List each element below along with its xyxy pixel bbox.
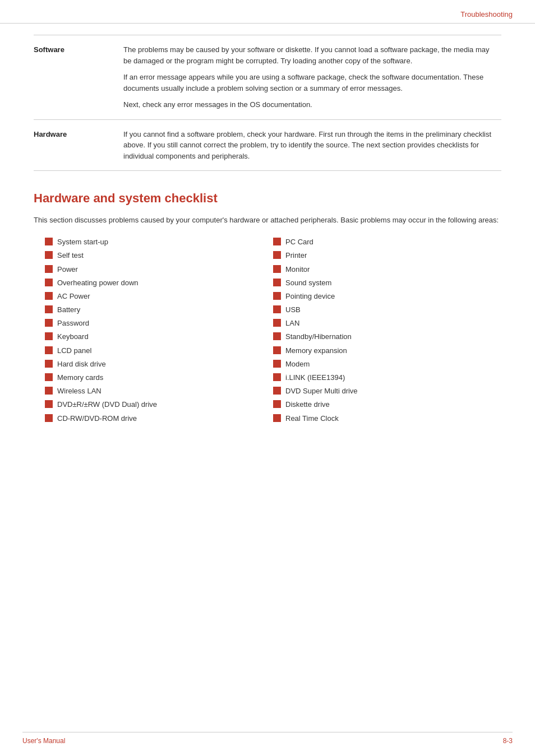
list-item: Password: [45, 318, 273, 328]
bullet-icon: [273, 251, 281, 259]
list-item-label: System start-up: [57, 237, 108, 247]
list-item: Modem: [273, 359, 501, 369]
bullet-icon: [273, 238, 281, 245]
bullet-icon: [45, 238, 53, 245]
list-item-label: Modem: [285, 359, 310, 369]
list-item: LAN: [273, 318, 501, 328]
list-item-label: AC Power: [57, 291, 90, 302]
header-title: Troubleshooting: [460, 10, 513, 18]
bullet-icon: [273, 373, 281, 381]
bullet-icon: [273, 265, 281, 273]
bullet-icon: [273, 414, 281, 422]
row-label: Hardware: [34, 119, 123, 171]
list-item-label: DVD±R/±RW (DVD Dual) drive: [57, 400, 157, 410]
list-item: AC Power: [45, 291, 273, 302]
bullet-icon: [45, 305, 53, 313]
list-item-label: Standby/Hibernation: [285, 332, 352, 342]
list-item: Printer: [273, 251, 501, 261]
content-table: SoftwareThe problems may be caused by yo…: [34, 35, 501, 171]
list-item: Monitor: [273, 265, 501, 275]
bullet-icon: [273, 279, 281, 286]
list-item: Real Time Clock: [273, 414, 501, 424]
bullet-icon: [273, 360, 281, 368]
list-item-label: Printer: [285, 251, 307, 261]
table-row: HardwareIf you cannot find a software pr…: [34, 119, 501, 171]
bullet-icon: [273, 387, 281, 395]
list-item: Battery: [45, 305, 273, 315]
bullet-icon: [273, 305, 281, 313]
list-item-label: Self test: [57, 251, 84, 261]
list-item: i.LINK (IEEE1394): [273, 373, 501, 383]
row-content: If you cannot find a software problem, c…: [123, 119, 501, 171]
intro-text: This section discusses problems caused b…: [34, 215, 501, 226]
row-paragraph: The problems may be caused by your softw…: [123, 44, 496, 66]
list-item-label: Password: [57, 318, 89, 328]
bullet-icon: [45, 319, 53, 327]
list-item: Standby/Hibernation: [273, 332, 501, 342]
list-item-label: Pointing device: [285, 291, 335, 302]
list-item: Keyboard: [45, 332, 273, 342]
table-row: SoftwareThe problems may be caused by yo…: [34, 35, 501, 120]
list-item: PC Card: [273, 237, 501, 247]
bullet-icon: [45, 279, 53, 286]
page-footer: User's Manual 8-3: [22, 732, 513, 745]
bullet-icon: [45, 373, 53, 381]
list-item-label: CD-RW/DVD-ROM drive: [57, 414, 137, 424]
bullet-icon: [45, 265, 53, 273]
page-header: Troubleshooting: [0, 0, 535, 24]
bullet-icon: [45, 414, 53, 422]
bullet-icon: [273, 400, 281, 408]
list-item-label: Real Time Clock: [285, 414, 339, 424]
list-item-label: Power: [57, 265, 78, 275]
list-item-label: Battery: [57, 305, 80, 315]
bullet-icon: [273, 319, 281, 327]
list-item: Diskette drive: [273, 400, 501, 410]
list-item: LCD panel: [45, 346, 273, 356]
list-item-label: DVD Super Multi drive: [285, 386, 358, 396]
bullet-icon: [45, 292, 53, 300]
row-paragraph: If an error message appears while you ar…: [123, 72, 496, 94]
checklist-container: System start-upSelf testPowerOverheating…: [45, 237, 501, 427]
list-item: Memory expansion: [273, 346, 501, 356]
bullet-icon: [45, 251, 53, 259]
list-item-label: Memory expansion: [285, 346, 347, 356]
row-label: Software: [34, 35, 123, 120]
list-item: DVD Super Multi drive: [273, 386, 501, 396]
list-item: CD-RW/DVD-ROM drive: [45, 414, 273, 424]
list-item: Pointing device: [273, 291, 501, 302]
list-item: Overheating power down: [45, 278, 273, 288]
bullet-icon: [273, 346, 281, 354]
list-item: USB: [273, 305, 501, 315]
list-item-label: Wireless LAN: [57, 386, 102, 396]
list-item: DVD±R/±RW (DVD Dual) drive: [45, 400, 273, 410]
list-item-label: USB: [285, 305, 301, 315]
checklist-left: System start-upSelf testPowerOverheating…: [45, 237, 273, 427]
list-item-label: i.LINK (IEEE1394): [285, 373, 345, 383]
list-item-label: LAN: [285, 318, 299, 328]
list-item-label: Sound system: [285, 278, 331, 288]
list-item-label: Overheating power down: [57, 278, 139, 288]
list-item-label: Diskette drive: [285, 400, 330, 410]
list-item-label: Hard disk drive: [57, 359, 106, 369]
list-item: Hard disk drive: [45, 359, 273, 369]
list-item: System start-up: [45, 237, 273, 247]
bullet-icon: [45, 346, 53, 354]
list-item: Power: [45, 265, 273, 275]
list-item-label: LCD panel: [57, 346, 91, 356]
footer-right: 8-3: [503, 737, 513, 745]
checklist-right: PC CardPrinterMonitorSound systemPointin…: [273, 237, 501, 427]
list-item-label: Memory cards: [57, 373, 103, 383]
footer-left: User's Manual: [22, 737, 65, 745]
bullet-icon: [273, 332, 281, 340]
row-paragraph: Next, check any error messages in the OS…: [123, 99, 496, 110]
row-content: The problems may be caused by your softw…: [123, 35, 501, 120]
list-item: Memory cards: [45, 373, 273, 383]
list-item-label: PC Card: [285, 237, 313, 247]
list-item: Wireless LAN: [45, 386, 273, 396]
bullet-icon: [45, 360, 53, 368]
bullet-icon: [273, 292, 281, 300]
bullet-icon: [45, 332, 53, 340]
row-paragraph: If you cannot find a software problem, c…: [123, 129, 496, 162]
section-heading: Hardware and system checklist: [34, 191, 501, 206]
list-item-label: Keyboard: [57, 332, 89, 342]
